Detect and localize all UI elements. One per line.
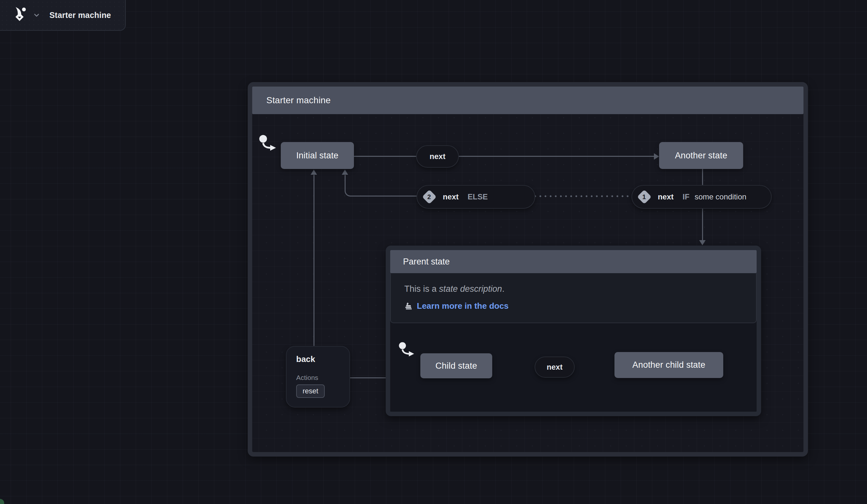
state-description: This is a state description. <box>404 284 756 294</box>
transition-pill-next-else[interactable]: 2 next ELSE <box>417 185 535 209</box>
books-icon <box>404 302 413 310</box>
transition-event-label: back <box>296 354 350 364</box>
transition-order-badge: 1 <box>637 189 651 204</box>
parent-state-title-bar[interactable]: Parent state <box>390 250 757 273</box>
chevron-down-icon[interactable] <box>33 11 41 19</box>
initial-state-marker-icon <box>397 341 416 357</box>
docs-link[interactable]: Learn more in the docs <box>417 301 509 311</box>
transition-line <box>345 175 345 190</box>
machine-title: Starter machine <box>266 95 331 106</box>
machine-name: Starter machine <box>50 11 111 20</box>
actions-label: Actions <box>296 374 350 382</box>
state-node-initial[interactable]: Initial state <box>281 142 354 169</box>
editor-canvas: { "header": { "machine_name": "Starter m… <box>0 0 867 504</box>
transition-event-label: next <box>658 193 674 201</box>
state-label: Initial state <box>296 151 339 161</box>
state-label: Child state <box>436 361 477 371</box>
corner-accent <box>0 499 4 504</box>
machine-title-bar[interactable]: Starter machine <box>252 87 803 114</box>
guard-condition: some condition <box>695 193 746 201</box>
transition-event-label: next <box>430 152 446 161</box>
transition-event-label: next <box>547 363 563 372</box>
transition-line <box>350 377 386 378</box>
transition-pill-back[interactable]: back Actions reset <box>286 346 350 407</box>
state-node-another-child[interactable]: Another child state <box>614 352 723 378</box>
guard-keyword: IF <box>683 193 689 201</box>
guard-keyword: ELSE <box>468 193 488 201</box>
state-label: Another child state <box>632 360 705 370</box>
guard-order-dotted-line <box>533 195 633 197</box>
transition-order-badge: 2 <box>422 189 436 204</box>
transition-event-label: next <box>443 193 459 201</box>
stately-logo-icon <box>11 6 29 24</box>
state-description-panel: This is a state description. Learn more … <box>390 273 757 323</box>
arrowhead-icon <box>654 153 659 160</box>
transition-pill-child-next[interactable]: next <box>535 357 575 378</box>
transition-line <box>459 156 655 157</box>
transition-line <box>313 175 314 347</box>
arrowhead-icon <box>699 240 706 245</box>
state-label: Parent state <box>403 257 450 267</box>
state-node-child[interactable]: Child state <box>420 353 492 378</box>
transition-pill-next[interactable]: next <box>416 145 459 168</box>
arrowhead-icon <box>342 169 348 175</box>
transition-line <box>354 156 417 157</box>
state-node-another[interactable]: Another state <box>659 142 743 169</box>
machine-selector-panel[interactable]: Starter machine <box>0 0 126 31</box>
transition-line <box>351 196 420 197</box>
initial-state-marker-icon <box>257 134 278 151</box>
state-label: Another state <box>675 151 727 161</box>
action-reset-button[interactable]: reset <box>296 384 325 398</box>
transition-pill-next-if[interactable]: 1 next IF some condition <box>631 185 772 209</box>
arrowhead-icon <box>311 169 317 175</box>
